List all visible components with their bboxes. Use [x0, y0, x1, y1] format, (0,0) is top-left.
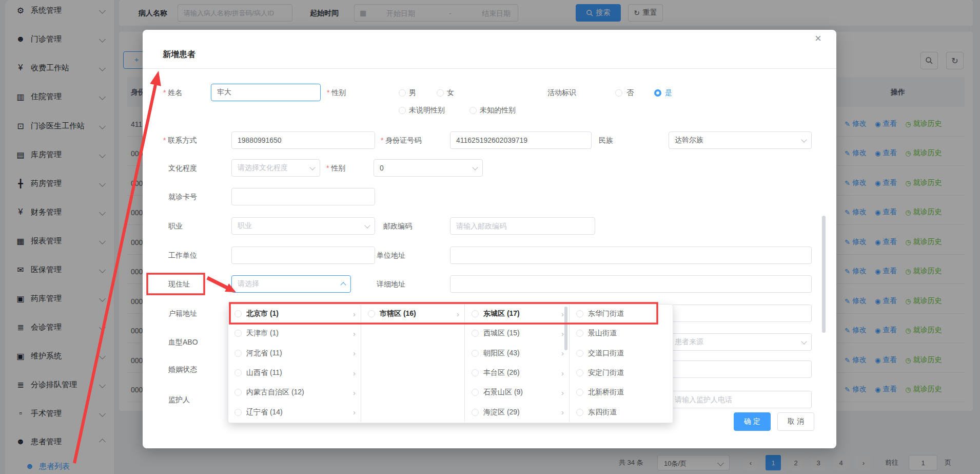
radio-icon[interactable]	[368, 310, 375, 317]
cascader-option-fengtai[interactable]: 丰台区 (26)›	[465, 363, 569, 383]
occupation-select[interactable]: 职业	[231, 217, 375, 235]
cascader-column-province: 北京市 (1)› 天津市 (1)› 河北省 (11)› 山西省 (11)› 内蒙…	[228, 304, 361, 422]
chevron-right-icon: ›	[561, 329, 564, 338]
modal-title: 新增患者	[163, 49, 195, 60]
card-no-label: 就诊卡号	[168, 193, 197, 202]
radio-icon[interactable]	[576, 330, 583, 337]
education-select[interactable]: 请选择文化程度	[231, 159, 320, 177]
radio-icon[interactable]	[576, 350, 583, 357]
chevron-right-icon: ›	[353, 349, 356, 357]
radio-icon[interactable]	[472, 409, 479, 416]
app-root: ⚙系统管理 ☻门诊管理 ¥收费工作站 ▥住院管理 ⊡门诊医生工作站 ▤库房管理 …	[0, 0, 980, 474]
gender-unknown-radio[interactable]	[469, 107, 477, 114]
gender-unknown-label[interactable]: 未知的性别	[480, 106, 516, 115]
cascader-option-shanxi[interactable]: 山西省 (11)›	[228, 363, 361, 383]
radio-icon[interactable]	[472, 369, 479, 376]
cascader-option-andingmen[interactable]: 安定门街道	[570, 363, 672, 383]
cascader-option-jingshan[interactable]: 景山街道	[570, 324, 672, 343]
education-placeholder: 请选择文化程度	[238, 163, 288, 173]
ethnicity-select[interactable]: 达斡尔族	[669, 131, 812, 149]
active-yes-radio[interactable]	[654, 89, 661, 97]
gender-unspecified-radio[interactable]	[399, 107, 406, 114]
cascader-column-city: 市辖区 (16)›	[361, 304, 465, 422]
patient-source-placeholder: 患者来源	[675, 337, 703, 347]
cascader-column-street: 东华门街道 景山街道 交道口街道 安定门街道 北新桥街道 东四街道	[570, 304, 672, 422]
chevron-right-icon: ›	[353, 310, 356, 318]
radio-icon[interactable]	[234, 310, 242, 317]
radio-icon[interactable]	[576, 409, 583, 416]
cancel-button[interactable]: 取 消	[777, 412, 814, 431]
marital-status-label: 婚姻状态	[168, 365, 197, 374]
postal-code-input[interactable]	[450, 217, 595, 235]
name-input[interactable]	[211, 84, 321, 101]
employer-address-input[interactable]	[450, 247, 812, 264]
employer-input[interactable]	[231, 247, 375, 264]
confirm-button[interactable]: 确 定	[734, 412, 771, 431]
guardian-label: 监护人	[168, 395, 190, 405]
gender-male-label[interactable]: 男	[409, 88, 416, 98]
chevron-down-icon	[801, 338, 807, 344]
marital-extra-input[interactable]	[669, 361, 812, 378]
radio-icon[interactable]	[234, 330, 242, 337]
cascader-option-donghuamen[interactable]: 东华门街道	[570, 304, 672, 324]
cascader-option-dongsi[interactable]: 东四街道	[570, 402, 672, 422]
cascader-option-shixiaqu[interactable]: 市辖区 (16)›	[361, 304, 464, 324]
modal-scrollbar[interactable]	[822, 216, 826, 333]
card-no-input[interactable]	[231, 188, 375, 205]
active-no-label[interactable]: 否	[626, 88, 634, 98]
cascader-option-beixinqiao[interactable]: 北新桥街道	[570, 383, 672, 402]
radio-icon[interactable]	[234, 369, 242, 376]
close-icon[interactable]: ×	[815, 32, 821, 45]
chevron-down-icon	[801, 137, 807, 142]
gender-male-radio[interactable]	[399, 89, 406, 97]
current-address-cascader[interactable]: 请选择	[231, 275, 351, 293]
current-address-label: 现住址	[168, 280, 190, 289]
radio-icon[interactable]	[576, 389, 583, 396]
employer-label: 工作单位	[168, 251, 197, 260]
radio-icon[interactable]	[472, 310, 479, 317]
gender-unspecified-label[interactable]: 未说明性别	[409, 106, 445, 115]
radio-icon[interactable]	[472, 350, 479, 357]
guardian-phone-input[interactable]	[669, 391, 812, 408]
cascader-option-beijing[interactable]: 北京市 (1)›	[228, 304, 361, 324]
household-address-label: 户籍地址	[168, 309, 197, 318]
chevron-right-icon: ›	[561, 408, 564, 416]
contact-input[interactable]	[231, 131, 375, 149]
patient-source-select[interactable]: 患者来源	[669, 333, 812, 351]
name-label: 姓名	[163, 88, 182, 98]
cascader-option-xicheng[interactable]: 西城区 (15)›	[465, 324, 569, 343]
chevron-right-icon: ›	[561, 349, 564, 357]
id-number-input[interactable]	[450, 131, 592, 149]
postal-code-label: 邮政编码	[383, 222, 412, 231]
detail-address-input[interactable]	[450, 275, 812, 293]
radio-icon[interactable]	[472, 330, 479, 337]
cascader-option-hebei[interactable]: 河北省 (11)›	[228, 344, 361, 363]
radio-icon[interactable]	[576, 369, 583, 376]
chevron-right-icon: ›	[353, 369, 356, 377]
cascader-option-chaoyang[interactable]: 朝阳区 (43)›	[465, 344, 569, 363]
radio-icon[interactable]	[234, 350, 242, 357]
gender-female-radio[interactable]	[437, 89, 444, 97]
active-no-radio[interactable]	[615, 89, 622, 97]
cascader-option-liaoning[interactable]: 辽宁省 (14)›	[228, 402, 361, 422]
cascader-option-neimenggu[interactable]: 内蒙古自治区 (12)›	[228, 383, 361, 402]
active-yes-label[interactable]: 是	[665, 88, 672, 98]
id-number-label: 身份证号码	[381, 136, 421, 145]
radio-icon[interactable]	[234, 389, 242, 396]
radio-icon[interactable]	[472, 389, 479, 396]
cascader-column-district: 东城区 (17)› 西城区 (15)› 朝阳区 (43)› 丰台区 (26)› …	[465, 304, 570, 422]
cascader-option-shijingshan[interactable]: 石景山区 (9)›	[465, 383, 569, 402]
radio-icon[interactable]	[234, 409, 242, 416]
cascader-option-dongcheng[interactable]: 东城区 (17)›	[465, 304, 569, 324]
gender-female-label[interactable]: 女	[447, 88, 454, 98]
cascader-option-haidian[interactable]: 海淀区 (29)›	[465, 402, 569, 422]
gender-code-label: 性别	[326, 164, 345, 173]
cascader-option-tianjin[interactable]: 天津市 (1)›	[228, 324, 361, 343]
chevron-down-icon	[309, 164, 315, 170]
chevron-down-icon	[364, 222, 370, 228]
radio-icon[interactable]	[576, 310, 583, 317]
gender-code-select[interactable]: 0	[374, 159, 483, 177]
ethnicity-label: 民族	[599, 136, 613, 145]
cascader-scrollbar[interactable]	[564, 307, 567, 350]
cascader-option-jiaodaokou[interactable]: 交道口街道	[570, 344, 672, 363]
